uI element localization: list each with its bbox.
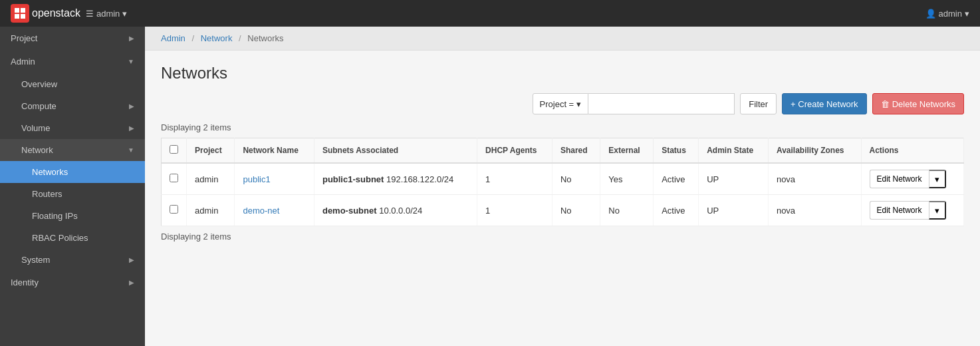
row-actions-1: Edit Network ▾ bbox=[861, 195, 964, 226]
sidebar-system-label: System bbox=[21, 255, 50, 265]
filter-button[interactable]: Filter bbox=[740, 93, 777, 114]
network-name-link-0[interactable]: public1 bbox=[243, 174, 270, 184]
create-network-button[interactable]: + Create Network bbox=[782, 93, 867, 114]
col-subnets: Subnets Associated bbox=[314, 138, 477, 164]
sidebar-floating-ips-label: Floating IPs bbox=[32, 211, 78, 221]
action-btn-group-0: Edit Network ▾ bbox=[870, 170, 956, 188]
sidebar-rbac-label: RBAC Policies bbox=[32, 233, 88, 243]
sidebar-volume-chevron: ▶ bbox=[129, 124, 134, 132]
networks-table: Project Network Name Subnets Associated … bbox=[161, 138, 964, 226]
sidebar-volume-label: Volume bbox=[21, 123, 50, 133]
row-admin-state-0: UP bbox=[699, 163, 769, 195]
edit-network-dropdown-0[interactable]: ▾ bbox=[929, 170, 946, 188]
sidebar-item-project[interactable]: Project ▶ bbox=[0, 27, 145, 50]
sidebar-item-floating-ips[interactable]: Floating IPs bbox=[0, 205, 145, 227]
delete-networks-button[interactable]: 🗑 Delete Networks bbox=[872, 93, 964, 114]
row-availability-zones-0: nova bbox=[768, 163, 861, 195]
breadcrumb-sep-1: / bbox=[191, 33, 194, 43]
openstack-logo[interactable]: openstack bbox=[11, 4, 80, 23]
action-btn-group-1: Edit Network ▾ bbox=[870, 201, 956, 220]
row-dhcp-1: 1 bbox=[477, 195, 552, 226]
sidebar-compute-chevron: ▶ bbox=[129, 102, 134, 110]
user-icon: 👤 bbox=[925, 9, 936, 19]
col-project: Project bbox=[187, 138, 235, 164]
sidebar-networks-label: Networks bbox=[32, 167, 68, 177]
network-name-link-1[interactable]: demo-net bbox=[243, 206, 279, 216]
table-body: admin public1 public1-subnet 192.168.122… bbox=[162, 163, 964, 226]
toolbar: Project = ▾ Filter + Create Network 🗑 De… bbox=[161, 93, 964, 114]
navbar-admin-icon: ☰ bbox=[86, 9, 94, 19]
table-header-row: Project Network Name Subnets Associated … bbox=[162, 138, 964, 164]
col-shared: Shared bbox=[552, 138, 600, 164]
row-dhcp-0: 1 bbox=[477, 163, 552, 195]
items-count-bottom: Displaying 2 items bbox=[161, 232, 964, 242]
navbar-admin-menu[interactable]: ☰ admin ▾ bbox=[86, 9, 127, 19]
row-subnets-1: demo-subnet 10.0.0.0/24 bbox=[314, 195, 477, 226]
sidebar-system-chevron: ▶ bbox=[129, 256, 134, 263]
row-project-0: admin bbox=[187, 163, 235, 195]
row-project-1: admin bbox=[187, 195, 235, 226]
sidebar-item-rbac[interactable]: RBAC Policies bbox=[0, 227, 145, 249]
trash-icon: 🗑 bbox=[881, 99, 890, 109]
row-shared-1: No bbox=[552, 195, 600, 226]
row-network-name-1: demo-net bbox=[235, 195, 314, 226]
navbar-admin-label: admin bbox=[96, 9, 120, 19]
row-external-1: No bbox=[600, 195, 654, 226]
sidebar-project-chevron: ▶ bbox=[129, 35, 134, 42]
row-availability-zones-1: nova bbox=[768, 195, 861, 226]
row-external-0: Yes bbox=[600, 163, 654, 195]
row-checkbox-1[interactable] bbox=[170, 205, 178, 214]
top-navbar: openstack ☰ admin ▾ 👤 admin ▾ bbox=[0, 0, 980, 27]
col-external: External bbox=[600, 138, 654, 164]
delete-button-label: Delete Networks bbox=[892, 99, 955, 109]
sidebar-compute-label: Compute bbox=[21, 101, 57, 111]
col-network-name: Network Name bbox=[235, 138, 314, 164]
breadcrumb-sep-2: / bbox=[239, 33, 241, 43]
row-admin-state-1: UP bbox=[699, 195, 769, 226]
row-network-name-0: public1 bbox=[235, 163, 314, 195]
select-all-header bbox=[162, 138, 187, 164]
sidebar-network-chevron: ▼ bbox=[128, 146, 134, 154]
col-availability-zones: Availability Zones bbox=[768, 138, 861, 164]
page-title: Networks bbox=[161, 64, 964, 83]
select-all-checkbox[interactable] bbox=[170, 145, 178, 154]
sidebar-item-routers[interactable]: Routers bbox=[0, 183, 145, 205]
sidebar-network-label: Network bbox=[21, 145, 53, 155]
edit-network-dropdown-1[interactable]: ▾ bbox=[929, 201, 946, 220]
sidebar-overview-label: Overview bbox=[21, 79, 57, 89]
content-area: Admin / Network / Networks Networks Proj… bbox=[145, 27, 980, 346]
row-status-0: Active bbox=[654, 163, 699, 195]
filter-select[interactable]: Project = ▾ bbox=[533, 93, 589, 114]
main-layout: Project ▶ Admin ▼ Overview Compute ▶ Vol… bbox=[0, 27, 980, 346]
row-shared-0: No bbox=[552, 163, 600, 195]
svg-rect-1 bbox=[21, 8, 25, 13]
sidebar-routers-label: Routers bbox=[32, 189, 62, 199]
row-checkbox-0[interactable] bbox=[170, 174, 178, 182]
navbar-user-menu[interactable]: 👤 admin ▾ bbox=[925, 9, 969, 19]
breadcrumb-network[interactable]: Network bbox=[201, 33, 233, 43]
row-subnets-0: public1-subnet 192.168.122.0/24 bbox=[314, 163, 477, 195]
breadcrumb-admin[interactable]: Admin bbox=[161, 33, 185, 43]
sidebar-item-networks[interactable]: Networks bbox=[0, 161, 145, 183]
filter-group: Project = ▾ bbox=[533, 93, 735, 114]
sidebar-item-overview[interactable]: Overview bbox=[0, 73, 145, 95]
breadcrumb-networks: Networks bbox=[247, 33, 283, 43]
row-status-1: Active bbox=[654, 195, 699, 226]
row-checkbox-cell bbox=[162, 195, 187, 226]
filter-select-arrow: ▾ bbox=[576, 99, 581, 109]
filter-input[interactable] bbox=[588, 93, 735, 114]
col-status: Status bbox=[654, 138, 699, 164]
navbar-user-arrow: ▾ bbox=[965, 9, 969, 19]
edit-network-button-0[interactable]: Edit Network bbox=[870, 170, 929, 188]
sidebar-item-admin[interactable]: Admin ▼ bbox=[0, 50, 145, 73]
sidebar: Project ▶ Admin ▼ Overview Compute ▶ Vol… bbox=[0, 27, 145, 346]
edit-network-button-1[interactable]: Edit Network bbox=[870, 201, 929, 220]
sidebar-admin-label: Admin bbox=[11, 57, 35, 67]
sidebar-item-network[interactable]: Network ▼ bbox=[0, 139, 145, 161]
sidebar-item-compute[interactable]: Compute ▶ bbox=[0, 95, 145, 117]
sidebar-item-volume[interactable]: Volume ▶ bbox=[0, 117, 145, 139]
sidebar-item-system[interactable]: System ▶ bbox=[0, 249, 145, 271]
sidebar-identity-chevron: ▶ bbox=[129, 279, 134, 286]
sidebar-item-identity[interactable]: Identity ▶ bbox=[0, 271, 145, 294]
logo-text: openstack bbox=[32, 7, 80, 19]
